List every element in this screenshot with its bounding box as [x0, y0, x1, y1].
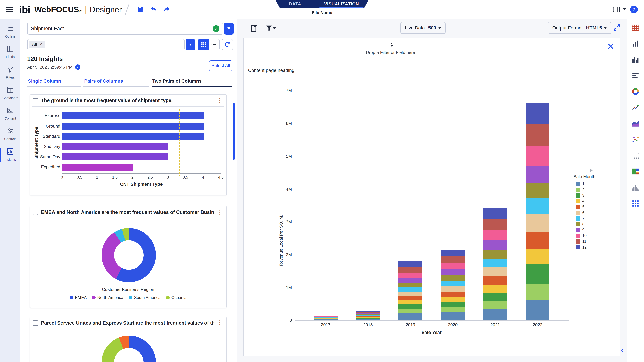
donut-legend: EMEANorth AmericaSouth AmericaOceania	[32, 295, 224, 300]
legend-label: 3	[582, 193, 584, 198]
dataset-field-value: Shipment Fact	[31, 26, 64, 31]
y-tick-label: 6M	[277, 121, 292, 126]
checkbox[interactable]	[33, 98, 38, 103]
filter-icon[interactable]	[266, 25, 273, 32]
scrollbar-thumb[interactable]	[232, 103, 234, 160]
menu-icon[interactable]	[5, 5, 14, 14]
sidebar-item-insights[interactable]: Insights	[0, 144, 20, 165]
small-multiples-chart-icon[interactable]	[630, 198, 641, 209]
bar-segment-month-3	[483, 293, 507, 301]
filter-field[interactable]: All ×	[27, 39, 185, 50]
table-chart-icon[interactable]	[630, 22, 641, 33]
sidebar-item-filters[interactable]: Filters	[0, 62, 20, 83]
topbar-right: ?	[610, 0, 644, 19]
close-icon[interactable]	[608, 43, 614, 50]
kebab-menu-icon[interactable]: ⋮	[217, 319, 223, 326]
caret-down-icon[interactable]	[623, 8, 626, 10]
bar-segment-month-8	[526, 183, 550, 198]
grid-view-button[interactable]	[198, 39, 209, 50]
expand-icon[interactable]	[613, 24, 620, 31]
timestamp: Apr 5, 2023 2:59:46 PM i	[27, 64, 80, 70]
category-label: 2nd Day	[36, 141, 60, 152]
bar-horizontal-chart-icon[interactable]	[630, 70, 641, 81]
kebab-menu-icon[interactable]: ⋮	[217, 209, 223, 215]
help-icon[interactable]: ?	[630, 5, 638, 13]
left-rail: OutlineFieldsFiltersContainersContentCon…	[0, 19, 20, 362]
legend-swatch	[166, 296, 170, 300]
bar-segment-month-7	[441, 281, 465, 286]
bar-segment-month-1	[483, 309, 507, 320]
x-tick-label: 2.5	[144, 175, 156, 180]
sidebar-item-fields[interactable]: Fields	[0, 42, 20, 62]
list-view-button[interactable]	[209, 39, 220, 50]
stacked-bar-2022	[526, 103, 550, 320]
refresh-button[interactable]	[222, 39, 233, 50]
checkbox[interactable]	[33, 321, 38, 326]
insights-icon	[7, 148, 14, 157]
filter-chip-all[interactable]: All ×	[29, 40, 45, 48]
select-all-button[interactable]: Select All	[209, 60, 232, 71]
sidebar-item-outline[interactable]: Outline	[0, 21, 20, 42]
stacked-bar-2017	[314, 316, 338, 320]
bar-vertical-chart-icon[interactable]	[630, 38, 641, 49]
save-icon[interactable]	[137, 6, 144, 13]
histogram-chart-icon[interactable]	[630, 182, 641, 193]
layout-columns-icon[interactable]	[613, 6, 620, 13]
category-label: Same Day	[36, 152, 60, 162]
dataset-dropdown-button[interactable]	[224, 23, 234, 34]
collapse-chevron[interactable]: ‹	[621, 346, 624, 354]
x-tick-label: 2020	[438, 323, 467, 327]
undo-icon[interactable]	[150, 6, 157, 13]
treemap-chart-icon[interactable]	[630, 166, 641, 177]
kebab-menu-icon[interactable]: ⋮	[217, 97, 223, 103]
bar-segment-month-5	[398, 296, 422, 300]
bar-segment-month-7	[398, 287, 422, 292]
chip-close-icon[interactable]: ×	[40, 42, 42, 47]
line-scatter-chart-icon[interactable]	[630, 102, 641, 113]
insight-card-shipment[interactable]: The ground is the most frequent value of…	[30, 94, 227, 195]
sidebar-item-controls[interactable]: Controls	[0, 124, 20, 144]
checkbox[interactable]	[33, 210, 38, 215]
filters-icon	[7, 66, 14, 74]
tab-visualization[interactable]: VISUALIZATION	[314, 0, 368, 8]
info-icon[interactable]: i	[75, 64, 80, 70]
sidebar-item-content[interactable]: Content	[0, 103, 20, 124]
tab-two-pairs-of-columns[interactable]: Two Pairs of Columns	[152, 77, 232, 87]
area-stacked-chart-icon[interactable]	[630, 118, 641, 129]
dataset-field[interactable]: Shipment Fact ✓	[27, 23, 223, 34]
legend-item: 10	[576, 233, 587, 238]
sidebar-item-containers[interactable]: Containers	[0, 83, 20, 103]
legend-label: 11	[582, 239, 586, 244]
output-format-control[interactable]: Output Format: HTML5	[548, 22, 612, 34]
tab-data[interactable]: DATA	[276, 0, 314, 8]
tab-single-column[interactable]: Single Column	[27, 77, 81, 87]
tab-pairs-of-columns[interactable]: Pairs of Columns	[83, 77, 149, 87]
bar-segment-month-3	[398, 304, 422, 309]
caret-down-icon	[228, 27, 230, 29]
bar-segment-month-11	[441, 256, 465, 263]
legend-label: North America	[97, 295, 123, 300]
new-page-icon[interactable]	[248, 23, 258, 33]
legend-swatch	[576, 193, 580, 197]
insights-count: 120 Insights	[27, 55, 63, 62]
redo-icon[interactable]	[163, 6, 170, 13]
donut-chart-icon[interactable]	[630, 86, 641, 97]
sidebar-item-label: Containers	[2, 96, 18, 100]
bar-segment-month-6	[526, 214, 550, 232]
ibi-logo: ibi	[19, 4, 30, 15]
filter-dropdown-button[interactable]	[186, 39, 195, 50]
bar-segment-month-4	[526, 249, 550, 264]
insight-card-customer-region[interactable]: EMEA and North America are the most freq…	[30, 206, 227, 308]
filter-drop-zone[interactable]: Drop a Filter or Field here	[362, 42, 419, 55]
caret-down-icon[interactable]	[273, 27, 276, 29]
legend-item: 4	[576, 199, 584, 203]
bar-segment-month-11	[526, 124, 550, 146]
legend-scroll-arrow-icon[interactable]	[590, 169, 592, 172]
unit-columns-chart-icon[interactable]	[630, 150, 641, 161]
insight-card-shipping[interactable]: Parcel Service Unites and Express Start …	[30, 317, 227, 362]
x-axis-title: Sale Year	[370, 330, 493, 335]
customer-region-donut-chart: Customer Business Region EMEANorth Ameri…	[32, 218, 224, 306]
scatter-chart-icon[interactable]	[630, 134, 641, 145]
bar-clustered-chart-icon[interactable]	[630, 54, 641, 65]
live-data-control[interactable]: Live Data: 500	[400, 22, 446, 34]
